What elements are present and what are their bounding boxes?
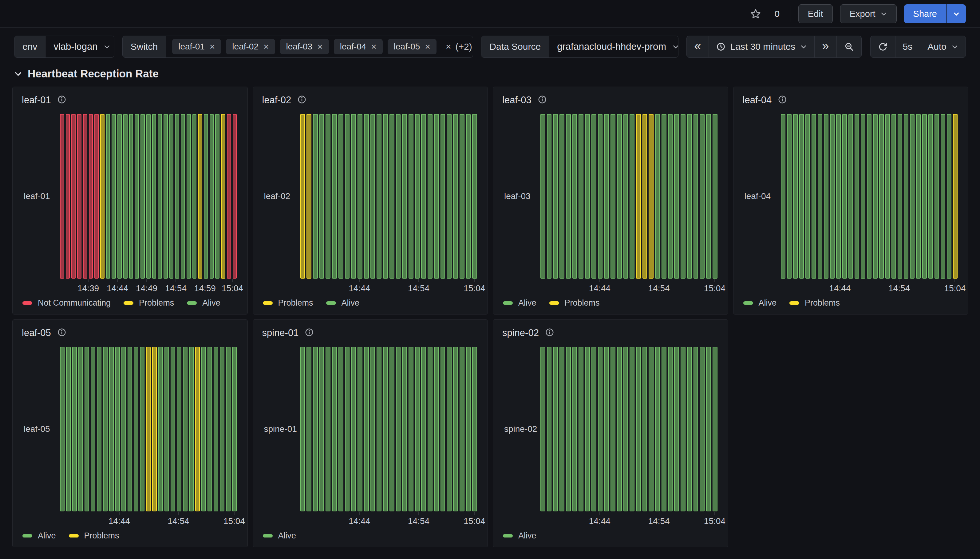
status-bar-not-communicating[interactable] — [227, 114, 231, 279]
row-header[interactable]: Heartbeat Reception Rate — [0, 64, 980, 87]
legend-item-problems[interactable]: Problems — [549, 298, 600, 308]
status-bar-alive[interactable] — [402, 114, 407, 279]
status-bar-alive[interactable] — [910, 114, 915, 279]
status-bar-alive[interactable] — [830, 114, 835, 279]
status-bar-alive[interactable] — [383, 114, 388, 279]
tag-close-icon[interactable]: × — [371, 42, 376, 51]
status-bar-alive[interactable] — [559, 114, 564, 279]
status-bar-problems[interactable] — [636, 114, 641, 279]
status-bar-alive[interactable] — [415, 347, 420, 511]
status-bar-alive[interactable] — [873, 114, 878, 279]
status-bar-alive[interactable] — [541, 347, 546, 511]
status-bar-alive[interactable] — [345, 347, 350, 511]
time-zoom-out-button[interactable] — [836, 36, 861, 58]
time-shift-forward-button[interactable]: » — [814, 36, 836, 58]
status-bar-alive[interactable] — [648, 347, 653, 511]
status-bar-alive[interactable] — [811, 114, 816, 279]
status-bar-alive[interactable] — [214, 347, 218, 511]
status-bar-alive[interactable] — [598, 114, 603, 279]
status-bar-alive[interactable] — [579, 114, 584, 279]
status-bar-problems[interactable] — [221, 114, 226, 279]
legend-item-problems[interactable]: Problems — [789, 298, 840, 308]
status-bar-problems[interactable] — [195, 347, 200, 511]
tag-close-icon[interactable]: × — [264, 42, 269, 51]
panel-header[interactable]: spine-02 — [500, 324, 721, 342]
status-bar-problems[interactable] — [300, 114, 305, 279]
legend-item-alive[interactable]: Alive — [22, 531, 56, 541]
status-bar-alive[interactable] — [164, 114, 168, 279]
status-bar-alive[interactable] — [106, 114, 110, 279]
share-dropdown-button[interactable] — [946, 4, 966, 23]
status-bar-alive[interactable] — [655, 347, 660, 511]
status-bar-not-communicating[interactable] — [95, 114, 99, 279]
info-icon[interactable] — [297, 95, 307, 105]
tag-close-icon[interactable]: × — [425, 42, 430, 51]
status-bar-alive[interactable] — [181, 114, 185, 279]
status-bar-alive[interactable] — [662, 114, 667, 279]
status-bar-alive[interactable] — [668, 114, 673, 279]
status-bar-alive[interactable] — [892, 114, 896, 279]
status-bar-alive[interactable] — [541, 114, 546, 279]
status-bar-alive[interactable] — [604, 114, 609, 279]
status-bar-alive[interactable] — [592, 347, 596, 511]
status-bar-alive[interactable] — [572, 347, 577, 511]
status-bar-alive[interactable] — [85, 347, 89, 511]
refresh-interval-value[interactable]: 5s — [895, 36, 920, 58]
status-bar-alive[interactable] — [313, 347, 318, 511]
panel-header[interactable]: leaf-03 — [500, 91, 721, 109]
status-bar-alive[interactable] — [687, 114, 692, 279]
tag-close-icon[interactable]: × — [317, 42, 323, 51]
status-bar-alive[interactable] — [109, 347, 114, 511]
status-bar-alive[interactable] — [453, 347, 458, 511]
status-bar-alive[interactable] — [428, 114, 433, 279]
status-bar-alive[interactable] — [364, 114, 369, 279]
status-bar-alive[interactable] — [472, 114, 477, 279]
status-bar-alive[interactable] — [207, 347, 212, 511]
status-bar-alive[interactable] — [158, 347, 163, 511]
status-bar-alive[interactable] — [447, 347, 451, 511]
status-bar-alive[interactable] — [226, 347, 230, 511]
status-bar-alive[interactable] — [547, 347, 552, 511]
panel-header[interactable]: leaf-02 — [260, 91, 481, 109]
info-icon[interactable] — [538, 95, 547, 105]
status-bar-alive[interactable] — [935, 114, 939, 279]
status-bar-alive[interactable] — [453, 114, 458, 279]
status-bar-alive[interactable] — [885, 114, 890, 279]
status-bar-alive[interactable] — [215, 114, 219, 279]
status-bar-alive[interactable] — [60, 347, 65, 511]
status-bar-alive[interactable] — [169, 114, 174, 279]
status-bar-alive[interactable] — [700, 347, 705, 511]
status-bar-alive[interactable] — [466, 114, 471, 279]
status-bar-alive[interactable] — [681, 347, 685, 511]
status-bar-alive[interactable] — [189, 347, 194, 511]
status-bar-alive[interactable] — [408, 114, 413, 279]
legend-item-alive[interactable]: Alive — [187, 298, 221, 308]
status-bar-alive[interactable] — [466, 347, 471, 511]
status-bar-alive[interactable] — [204, 114, 208, 279]
status-bar-alive[interactable] — [396, 114, 401, 279]
status-bar-alive[interactable] — [553, 347, 558, 511]
status-bar-alive[interactable] — [617, 347, 622, 511]
status-bar-alive[interactable] — [674, 347, 679, 511]
legend-item-alive[interactable]: Alive — [503, 531, 536, 541]
status-bar-alive[interactable] — [313, 114, 318, 279]
refresh-button[interactable] — [871, 36, 895, 58]
status-bar-problems[interactable] — [100, 114, 104, 279]
info-icon[interactable] — [305, 328, 314, 338]
status-bar-alive[interactable] — [818, 114, 822, 279]
info-icon[interactable] — [545, 328, 554, 338]
time-shift-back-button[interactable]: « — [687, 36, 708, 58]
status-bar-alive[interactable] — [668, 347, 673, 511]
status-bar-alive[interactable] — [192, 114, 197, 279]
status-bar-alive[interactable] — [428, 347, 433, 511]
status-bar-alive[interactable] — [97, 347, 101, 511]
status-bar-alive[interactable] — [922, 114, 927, 279]
status-bar-alive[interactable] — [78, 347, 83, 511]
status-bar-alive[interactable] — [141, 114, 145, 279]
status-bar-alive[interactable] — [332, 114, 337, 279]
refresh-mode-dropdown[interactable]: Auto — [920, 36, 965, 58]
status-bar-alive[interactable] — [674, 114, 679, 279]
status-bar-alive[interactable] — [441, 114, 445, 279]
status-bar-alive[interactable] — [319, 114, 324, 279]
switch-tag[interactable]: leaf-04× — [334, 39, 383, 55]
